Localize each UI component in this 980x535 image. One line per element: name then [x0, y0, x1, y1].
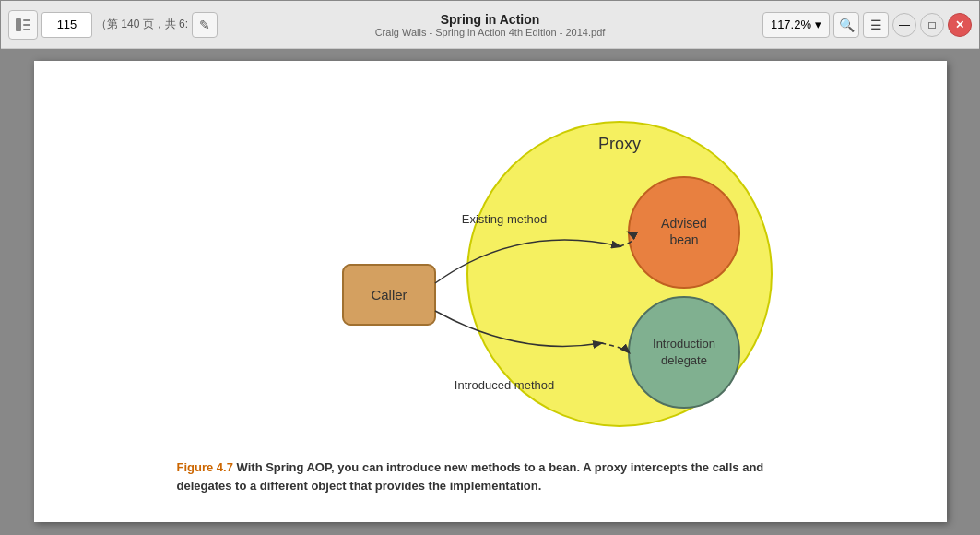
caller-label: Caller	[371, 287, 407, 303]
introduced-method-label: Introduced method	[454, 378, 553, 392]
svg-rect-2	[23, 24, 30, 26]
caption-text: With Spring AOP, you can introduce new m…	[177, 460, 764, 493]
page-number-input[interactable]	[41, 12, 92, 38]
svg-rect-1	[23, 19, 30, 21]
advised-bean-label: Advised	[661, 216, 707, 231]
menu-button[interactable]: ☰	[863, 12, 889, 38]
svg-text:bean: bean	[669, 232, 698, 247]
titlebar-right: 117.2% ▾ 🔍 ☰ — □ ✕	[733, 12, 972, 38]
svg-text:delegate: delegate	[661, 353, 707, 367]
titlebar-left: （第 140 页，共 6: ✎	[8, 10, 247, 40]
sidebar-toggle-button[interactable]	[8, 10, 38, 40]
document-title: Spring in Action	[441, 12, 540, 27]
figure-ref: Figure 4.7	[177, 460, 233, 474]
document-subtitle: Craig Walls - Spring in Action 4th Editi…	[375, 27, 606, 38]
pdf-page: Proxy Advised bean Introduction delegate…	[34, 61, 947, 522]
titlebar-center: Spring in Action Craig Walls - Spring in…	[251, 12, 729, 38]
introduction-delegate-label: Introduction	[653, 337, 715, 351]
aop-diagram: Proxy Advised bean Introduction delegate…	[159, 103, 822, 435]
existing-method-label: Existing method	[461, 212, 547, 226]
maximize-button[interactable]: □	[920, 13, 944, 37]
svg-rect-0	[16, 18, 21, 31]
minimize-button[interactable]: —	[892, 13, 916, 37]
figure-caption: Figure 4.7 With Spring AOP, you can intr…	[177, 458, 804, 494]
svg-rect-3	[23, 29, 30, 30]
page-info-text: （第 140 页，共 6:	[96, 17, 188, 32]
svg-point-7	[629, 297, 739, 408]
edit-button[interactable]: ✎	[192, 12, 218, 38]
zoom-control[interactable]: 117.2% ▾	[762, 12, 830, 38]
sidebar-icon	[16, 18, 30, 31]
diagram-area: Proxy Advised bean Introduction delegate…	[80, 89, 901, 449]
content-area: Proxy Advised bean Introduction delegate…	[1, 49, 979, 534]
titlebar: （第 140 页，共 6: ✎ Spring in Action Craig W…	[1, 1, 979, 49]
zoom-dropdown-icon: ▾	[815, 18, 821, 31]
close-button[interactable]: ✕	[948, 13, 972, 37]
zoom-level: 117.2%	[771, 18, 811, 31]
app-window: （第 140 页，共 6: ✎ Spring in Action Craig W…	[0, 0, 980, 535]
search-button[interactable]: 🔍	[833, 12, 859, 38]
proxy-label: Proxy	[597, 135, 640, 153]
